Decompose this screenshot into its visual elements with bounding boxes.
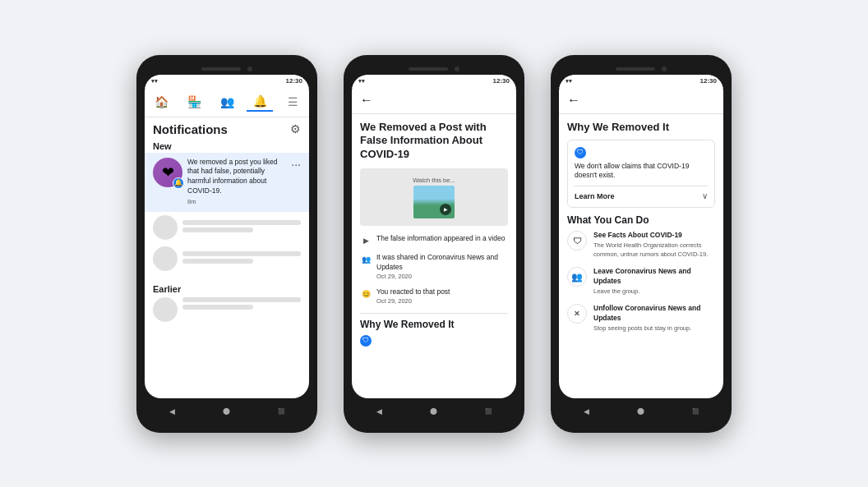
back-arrow-3[interactable]: ← xyxy=(567,93,580,108)
why-removed-content: Why We Removed It 🛡 We don't allow claim… xyxy=(559,114,723,398)
notification-avatar: ❤ 🔔 xyxy=(153,158,182,187)
shield-icon-3: 🛡 xyxy=(575,147,586,159)
notification-text: We removed a post you liked that had fal… xyxy=(187,158,286,207)
skeleton-avatar-2 xyxy=(153,246,178,271)
home-button-2[interactable] xyxy=(427,405,441,418)
time-2: 12:30 xyxy=(493,77,510,85)
leave-group-icon: 👥 xyxy=(567,267,587,287)
group-icon: 👥 xyxy=(360,254,372,265)
nav-store[interactable]: 🏪 xyxy=(181,92,207,112)
video-image: ▶ xyxy=(413,186,455,218)
action-title-1: See Facts About COVID-19 xyxy=(593,231,715,241)
home-button-3[interactable] xyxy=(635,405,648,418)
back-button-1[interactable] xyxy=(165,405,178,418)
removed-post-title: We Removed a Post with False Information… xyxy=(360,121,508,163)
action-item-2[interactable]: 👥 Leave Coronavirus News and Updates Lea… xyxy=(567,267,715,296)
facts-icon: 🛡 xyxy=(567,231,587,250)
nav-menu[interactable]: ☰ xyxy=(279,92,306,112)
video-thumbnail[interactable]: Watch this be... ▶ xyxy=(360,168,508,226)
can-do-title: What You Can Do xyxy=(567,214,715,226)
skeleton-row-1 xyxy=(153,215,301,240)
watch-label: Watch this be... xyxy=(413,177,455,184)
info-date-3: Oct 29, 2020 xyxy=(376,297,508,306)
info-text-2: It was shared in Coronavirus News and Up… xyxy=(376,253,508,281)
shield-row: 🛡 xyxy=(575,147,708,159)
back-button-2[interactable] xyxy=(372,405,386,418)
signal-icons-2: ▾▾ xyxy=(358,78,365,85)
learn-more-label[interactable]: Learn More xyxy=(575,192,615,200)
chevron-down-icon: ∨ xyxy=(702,191,708,200)
removed-post-header: ← xyxy=(352,88,516,114)
unfollow-icon: ✕ xyxy=(567,304,587,324)
info-date-2: Oct 29, 2020 xyxy=(376,273,508,282)
back-button-3[interactable] xyxy=(579,405,593,418)
recents-button-3[interactable] xyxy=(690,405,703,418)
removed-post-content: We Removed a Post with False Information… xyxy=(352,114,516,398)
bottom-nav-1[interactable]: 🏠 🏪 👥 🔔 ☰ xyxy=(145,88,309,117)
time-1: 12:30 xyxy=(286,77,302,85)
skel-line-2 xyxy=(182,227,253,232)
more-options-button[interactable]: ··· xyxy=(291,158,301,171)
signal-icons-3: ▾▾ xyxy=(566,78,572,85)
status-bar-1: ▾▾ 12:30 xyxy=(145,75,309,88)
status-bar-3: ▾▾ 12:30 xyxy=(559,75,723,88)
phone-1-bottom xyxy=(145,398,309,425)
camera-2 xyxy=(455,67,459,71)
nav-home[interactable]: 🏠 xyxy=(148,92,174,112)
action-sub-2: Leave the group. xyxy=(593,287,715,296)
phone-3-top xyxy=(559,63,723,75)
skeleton-lines xyxy=(182,220,301,235)
notifications-title: Notifications xyxy=(153,122,228,136)
action-item-3[interactable]: ✕ Unfollow Coronavirus News and Updates … xyxy=(567,304,715,333)
info-item-3: 😊 You reacted to that post Oct 29, 2020 xyxy=(360,287,508,306)
why-removed-header: ← xyxy=(559,88,723,114)
info-item-1: ▶ The false information appeared in a vi… xyxy=(360,234,508,246)
why-removed-title: Why We Removed It xyxy=(567,121,715,133)
action-text-1: See Facts About COVID-19 The World Healt… xyxy=(593,231,715,259)
info-text-1: The false information appeared in a vide… xyxy=(376,234,508,244)
skeleton-row-2 xyxy=(153,246,301,271)
skel-line-4 xyxy=(182,259,253,264)
nav-notifications[interactable]: 🔔 xyxy=(247,92,273,112)
skeleton-avatar xyxy=(153,215,178,240)
notifications-header: Notifications ⚙ xyxy=(145,117,309,140)
gear-icon[interactable]: ⚙ xyxy=(290,122,301,136)
info-text-2-body: It was shared in Coronavirus News and Up… xyxy=(376,253,498,271)
action-text-3: Unfollow Coronavirus News and Updates St… xyxy=(593,304,715,333)
scene: ▾▾ 12:30 🏠 🏪 👥 🔔 ☰ Notifications ⚙ New xyxy=(0,0,868,487)
info-text-3: You reacted to that post Oct 29, 2020 xyxy=(376,287,508,306)
earlier-lines xyxy=(182,297,301,322)
action-sub-1: The World Health Organization corrects c… xyxy=(593,241,715,259)
home-button-1[interactable] xyxy=(220,405,233,418)
play-button[interactable]: ▶ xyxy=(440,204,451,215)
section-new: New xyxy=(145,140,309,153)
why-card: 🛡 We don't allow claims that COVID-19 do… xyxy=(567,140,715,209)
earlier-skeleton xyxy=(145,297,309,322)
section-earlier: Earlier xyxy=(145,281,309,297)
back-arrow-2[interactable]: ← xyxy=(360,93,373,108)
info-text-3-body: You reacted to that post xyxy=(376,287,450,296)
why-section-title: Why We Removed It xyxy=(360,313,508,330)
action-title-3: Unfollow Coronavirus News and Updates xyxy=(593,304,715,324)
shield-icon-2: 🛡 xyxy=(360,335,372,347)
learn-more-section: Learn More ∨ xyxy=(575,186,708,200)
why-card-text: We don't allow claims that COVID-19 does… xyxy=(575,162,708,181)
action-item-1[interactable]: 🛡 See Facts About COVID-19 The World Hea… xyxy=(567,231,715,259)
phone-2-top xyxy=(352,63,516,75)
phone-2-screen: ▾▾ 12:30 ← We Removed a Post with False … xyxy=(352,75,516,398)
info-item-2: 👥 It was shared in Coronavirus News and … xyxy=(360,253,508,281)
nav-friends[interactable]: 👥 xyxy=(214,92,240,112)
status-bar-2: ▾▾ 12:30 xyxy=(352,75,516,88)
earlier-avatar xyxy=(153,297,178,322)
phone-2-bottom xyxy=(352,398,516,425)
recents-button-2[interactable] xyxy=(482,405,496,418)
phone-3-screen: ▾▾ 12:30 ← Why We Removed It 🛡 We don't … xyxy=(559,75,723,398)
earlier-line-1 xyxy=(182,297,301,302)
notification-badge: 🔔 xyxy=(173,177,184,189)
recents-button-1[interactable] xyxy=(275,405,289,418)
action-text-2: Leave Coronavirus News and Updates Leave… xyxy=(593,267,715,296)
action-title-2: Leave Coronavirus News and Updates xyxy=(593,267,715,287)
notification-item[interactable]: ❤ 🔔 We removed a post you liked that had… xyxy=(145,153,309,212)
action-sub-3: Stop seeing posts but stay in group. xyxy=(593,324,715,333)
skeleton-items xyxy=(145,212,309,281)
